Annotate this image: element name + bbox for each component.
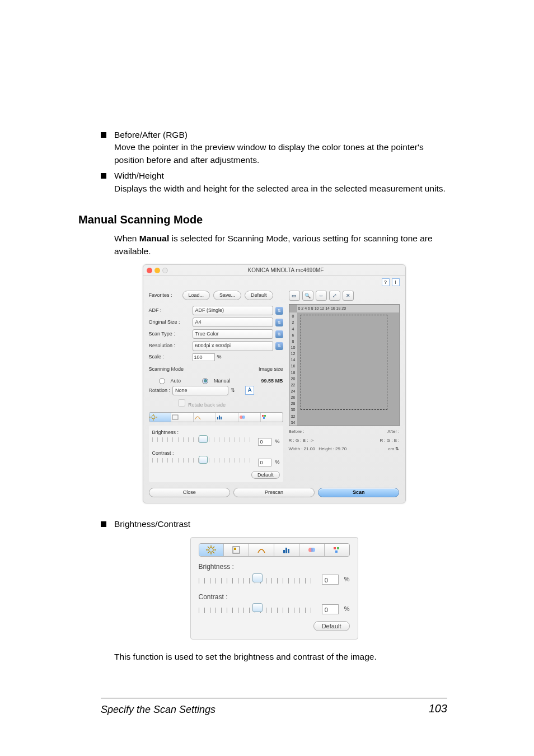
tab-curve[interactable] bbox=[194, 413, 216, 422]
scale-input[interactable]: 100 bbox=[193, 353, 215, 361]
scan-button[interactable]: Scan bbox=[318, 488, 399, 497]
tab-hue[interactable] bbox=[261, 413, 283, 422]
adf-select[interactable]: ADF (Single) bbox=[193, 306, 273, 315]
close-button[interactable]: Close bbox=[149, 488, 230, 497]
dialog-title: KONICA MINOLTA mc4690MF bbox=[170, 267, 402, 275]
rgb-before: R : G : B : -> bbox=[289, 437, 314, 444]
save-button[interactable]: Save... bbox=[213, 291, 241, 300]
fit-page-icon[interactable]: ⤢ bbox=[329, 291, 340, 301]
contrast-input[interactable]: 0 bbox=[258, 459, 271, 466]
preview-area[interactable]: 0 2 4 6 8 10 12 14 16 18 20 024681012141… bbox=[289, 304, 400, 426]
slider-knob[interactable] bbox=[199, 456, 208, 464]
tab-brightness[interactable] bbox=[199, 544, 224, 556]
brightness-input[interactable]: 0 bbox=[258, 438, 271, 446]
rotation-value: None bbox=[175, 387, 188, 394]
chevron-updown-icon[interactable]: ⇅ bbox=[231, 387, 235, 394]
default-button[interactable]: Default bbox=[313, 621, 350, 631]
resolution-value: 600dpi x 600dpi bbox=[195, 342, 231, 349]
tab-filter[interactable] bbox=[171, 413, 194, 422]
help-icon[interactable]: ? bbox=[382, 278, 390, 286]
tab-balance[interactable] bbox=[299, 544, 325, 556]
select-tool-icon[interactable]: ▭ bbox=[289, 291, 300, 301]
curve-icon bbox=[194, 414, 202, 421]
scantype-select[interactable]: True Color bbox=[193, 329, 273, 339]
bullet-width-height: Width/Height Displays the width and heig… bbox=[101, 170, 447, 195]
description-paragraph: This function is used to set the brightn… bbox=[114, 651, 447, 663]
size-value: A4 bbox=[195, 319, 202, 326]
contrast-input[interactable]: 0 bbox=[322, 604, 339, 614]
tab-levels[interactable] bbox=[216, 413, 238, 422]
bullet-title: Brightness/Contrast bbox=[114, 519, 190, 529]
inner-default-button[interactable]: Default bbox=[251, 471, 280, 479]
size-label: Original Size : bbox=[149, 319, 193, 326]
filter-icon bbox=[231, 545, 241, 554]
slider-knob[interactable] bbox=[199, 435, 208, 443]
close-icon[interactable] bbox=[147, 268, 152, 273]
contrast-label: Contrast : bbox=[152, 450, 280, 457]
svg-rect-11 bbox=[262, 415, 264, 417]
levels-icon bbox=[282, 545, 292, 554]
svg-rect-24 bbox=[234, 548, 236, 550]
brightness-input[interactable]: 0 bbox=[322, 575, 339, 585]
bullet-desc: Displays the width and height for the se… bbox=[114, 184, 446, 193]
svg-rect-25 bbox=[283, 550, 285, 553]
svg-rect-7 bbox=[219, 416, 220, 419]
mirror-icon[interactable]: A bbox=[245, 386, 254, 395]
slider-knob[interactable] bbox=[252, 573, 263, 582]
auto-label: Auto bbox=[171, 377, 181, 385]
contrast-label: Contrast : bbox=[199, 592, 350, 602]
svg-rect-13 bbox=[263, 417, 265, 419]
brightness-unit: % bbox=[275, 438, 279, 445]
intro-bold: Manual bbox=[139, 234, 169, 243]
chevron-updown-icon[interactable]: ⇅ bbox=[275, 342, 283, 350]
tab-levels[interactable] bbox=[274, 544, 299, 556]
selection-rect[interactable] bbox=[301, 315, 387, 410]
bullet-brightness-contrast: Brightness/Contrast bbox=[101, 518, 447, 530]
svg-rect-5 bbox=[172, 415, 178, 419]
fit-width-icon[interactable]: ↔ bbox=[316, 291, 327, 301]
rotate-back-label: Rotate back side bbox=[188, 402, 226, 408]
auto-radio[interactable] bbox=[159, 378, 165, 384]
manual-radio[interactable] bbox=[202, 378, 208, 384]
contrast-slider[interactable] bbox=[199, 604, 316, 614]
zoom-tool-icon[interactable]: 🔍 bbox=[302, 291, 313, 301]
brightness-slider[interactable] bbox=[199, 575, 316, 585]
minimize-icon[interactable] bbox=[154, 268, 160, 273]
sun-icon bbox=[206, 545, 216, 554]
zoom-icon[interactable] bbox=[162, 268, 168, 273]
size-select[interactable]: A4 bbox=[193, 318, 273, 327]
svg-point-14 bbox=[209, 548, 213, 552]
chevron-updown-icon[interactable]: ⇅ bbox=[275, 307, 283, 315]
info-icon[interactable]: i bbox=[392, 278, 400, 286]
tab-brightness[interactable] bbox=[149, 413, 172, 422]
chevron-updown-icon[interactable]: ⇅ bbox=[275, 330, 283, 338]
imgsize-value: 99.55 MB bbox=[236, 377, 283, 385]
resolution-select[interactable]: 600dpi x 600dpi bbox=[193, 341, 273, 351]
prescan-button[interactable]: Prescan bbox=[233, 488, 315, 497]
bullet-icon bbox=[101, 132, 106, 138]
tab-filter[interactable] bbox=[224, 544, 249, 556]
crop-icon[interactable]: ✕ bbox=[343, 291, 354, 301]
rotation-select[interactable]: None bbox=[172, 386, 228, 395]
scanner-dialog-screenshot: KONICA MINOLTA mc4690MF ? i Favorites : … bbox=[143, 264, 406, 503]
svg-point-10 bbox=[242, 416, 245, 419]
load-button[interactable]: Load... bbox=[182, 291, 210, 300]
bullet-title: Width/Height bbox=[114, 171, 164, 180]
tab-curve[interactable] bbox=[249, 544, 274, 556]
brightness-slider[interactable] bbox=[152, 437, 255, 446]
rotate-back-checkbox bbox=[178, 399, 185, 407]
hue-icon bbox=[332, 545, 342, 554]
adjust-tabstrip bbox=[149, 412, 283, 422]
rotation-label: Rotation : bbox=[149, 387, 171, 394]
slider-knob[interactable] bbox=[252, 603, 263, 612]
adjust-tabstrip bbox=[199, 543, 350, 557]
contrast-slider[interactable] bbox=[152, 458, 255, 467]
adf-value: ADF (Single) bbox=[195, 307, 224, 314]
brightness-label: Brightness : bbox=[199, 562, 350, 572]
tab-hue[interactable] bbox=[325, 544, 349, 556]
intro-pre: When bbox=[114, 234, 139, 243]
default-button[interactable]: Default bbox=[245, 291, 273, 300]
tab-balance[interactable] bbox=[238, 413, 261, 422]
chevron-updown-icon[interactable]: ⇅ bbox=[275, 319, 283, 326]
svg-rect-27 bbox=[288, 549, 289, 553]
